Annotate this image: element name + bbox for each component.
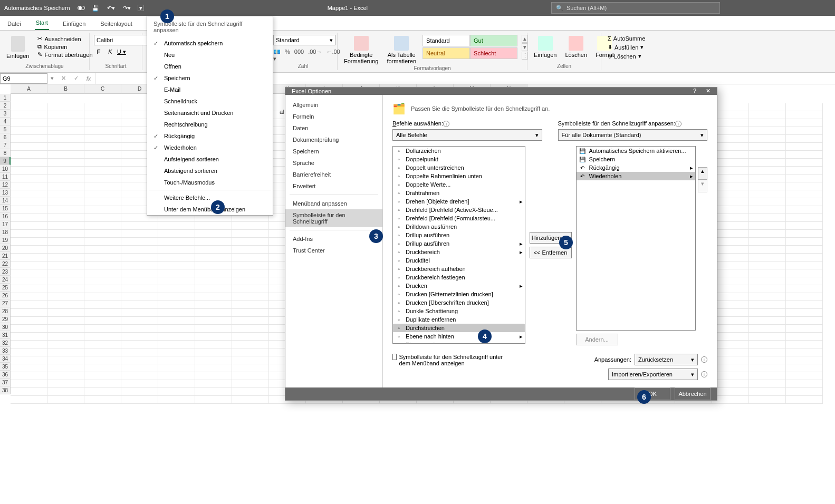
cell[interactable]	[712, 301, 749, 309]
cell[interactable]	[786, 309, 823, 317]
cell[interactable]	[786, 380, 823, 388]
cell[interactable]	[712, 269, 749, 277]
conditional-fmt-button[interactable]: Bedingte Formatierung	[342, 35, 380, 65]
cell[interactable]	[712, 293, 749, 301]
cell[interactable]	[47, 246, 84, 254]
cell[interactable]	[232, 317, 269, 325]
commands-listbox[interactable]: ▫Dollarzeichen▫Doppelpunkt▫Doppelt unter…	[392, 146, 525, 344]
cell[interactable]	[195, 364, 232, 372]
list-item[interactable]: ▫Drillup ausführen▸	[393, 239, 525, 248]
close-icon[interactable]: ✕	[706, 88, 711, 94]
cell[interactable]	[84, 111, 121, 119]
cell[interactable]	[232, 388, 269, 396]
cell[interactable]	[11, 103, 47, 111]
style-standard[interactable]: Standard	[423, 35, 470, 46]
qat-menu-item[interactable]: Rechtschreibung	[147, 119, 273, 130]
list-item[interactable]: ▫Druckbereich festlegen	[393, 273, 525, 282]
help-icon[interactable]: ?	[693, 88, 696, 94]
cell[interactable]	[47, 388, 84, 396]
cell[interactable]	[47, 143, 84, 151]
format-table-button[interactable]: Als Tabelle formatieren	[385, 35, 418, 65]
cell[interactable]	[84, 348, 121, 356]
cell[interactable]	[158, 301, 195, 309]
row-header[interactable]: 27	[0, 299, 11, 307]
qat-menu-item[interactable]: Wiederholen	[147, 142, 273, 153]
cell[interactable]	[11, 341, 47, 348]
import-export-combo[interactable]: Importieren/Exportieren▾	[608, 369, 698, 380]
cell[interactable]	[11, 333, 47, 341]
cell[interactable]	[712, 388, 749, 396]
cell[interactable]	[158, 277, 195, 285]
tab-seitenlayout[interactable]: Seitenlayout	[99, 17, 133, 30]
cell[interactable]	[84, 151, 121, 159]
row-header[interactable]: 3	[0, 110, 11, 118]
cell[interactable]	[195, 325, 232, 333]
cell[interactable]	[786, 175, 823, 182]
cell[interactable]	[749, 151, 786, 159]
options-nav-item[interactable]: Allgemein	[285, 99, 382, 111]
cell[interactable]	[47, 230, 84, 238]
cell[interactable]	[749, 246, 786, 254]
tab-einfügen[interactable]: Einfügen	[62, 17, 87, 30]
cell[interactable]	[121, 238, 158, 246]
row-header[interactable]: 12	[0, 181, 11, 189]
underline-button[interactable]: U ▾	[117, 49, 126, 55]
cell[interactable]	[84, 167, 121, 175]
cell[interactable]	[232, 293, 269, 301]
move-up-button[interactable]: ▴	[698, 167, 707, 180]
thousand-icon[interactable]: 000	[294, 49, 304, 62]
cell[interactable]	[232, 348, 269, 356]
cut-button[interactable]: ✂Ausschneiden	[35, 35, 94, 43]
cell[interactable]	[84, 285, 121, 293]
cell[interactable]	[232, 269, 269, 277]
list-item[interactable]: 💾Automatisches Speichern aktivieren...	[577, 147, 696, 155]
cell[interactable]	[84, 254, 121, 261]
qat-customize-button[interactable]: ▾	[138, 5, 144, 11]
cell[interactable]	[47, 103, 84, 111]
cell[interactable]	[121, 364, 158, 372]
row-header[interactable]: 21	[0, 252, 11, 260]
list-item[interactable]: ▫Drucken [Gitternetzlinien drucken]	[393, 290, 525, 298]
cell[interactable]	[232, 356, 269, 364]
cell[interactable]	[47, 119, 84, 127]
cell[interactable]	[84, 135, 121, 143]
cell[interactable]	[47, 364, 84, 372]
below-ribbon-item[interactable]: Unter dem Menüband anzeigen	[147, 203, 273, 215]
cell[interactable]	[712, 167, 749, 175]
cell[interactable]	[84, 261, 121, 269]
search-input[interactable]: 🔍 Suchen (Alt+M)	[551, 2, 720, 14]
list-item[interactable]: ▫Drucken▸	[393, 282, 525, 290]
cell[interactable]	[47, 206, 84, 214]
list-item[interactable]: ▫Duplikate entfernen	[393, 315, 525, 324]
cell[interactable]	[121, 230, 158, 238]
paste-button[interactable]: Einfügen	[4, 35, 31, 60]
cell[interactable]	[749, 396, 786, 404]
cell[interactable]	[84, 380, 121, 388]
cell[interactable]	[158, 325, 195, 333]
cell[interactable]	[786, 167, 823, 175]
cell[interactable]	[47, 238, 84, 246]
cell[interactable]	[84, 230, 121, 238]
cell[interactable]	[195, 293, 232, 301]
cell[interactable]	[84, 317, 121, 325]
cell[interactable]	[121, 380, 158, 388]
cell[interactable]	[749, 182, 786, 190]
row-header[interactable]: 10	[0, 165, 11, 173]
cell[interactable]	[195, 246, 232, 254]
cell[interactable]	[158, 333, 195, 341]
cell[interactable]	[47, 396, 84, 404]
cell[interactable]	[84, 222, 121, 230]
list-item[interactable]: ▫Dunkle Schattierung	[393, 307, 525, 315]
cell[interactable]	[786, 269, 823, 277]
cell[interactable]	[712, 356, 749, 364]
cell[interactable]	[121, 285, 158, 293]
cell[interactable]	[749, 254, 786, 261]
cell[interactable]	[121, 325, 158, 333]
cell[interactable]	[232, 380, 269, 388]
row-header[interactable]: 28	[0, 307, 11, 315]
cell[interactable]	[712, 135, 749, 143]
cell[interactable]	[158, 317, 195, 325]
cell[interactable]	[11, 198, 47, 206]
cell[interactable]	[712, 182, 749, 190]
cell[interactable]	[11, 269, 47, 277]
